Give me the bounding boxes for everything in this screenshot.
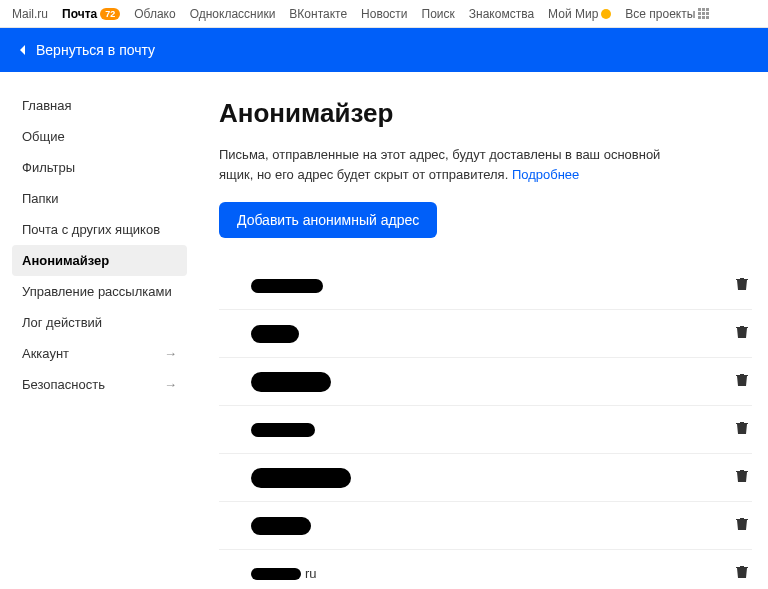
sidebar-anonymizer[interactable]: Анонимайзер bbox=[12, 245, 187, 276]
address-value bbox=[223, 279, 323, 293]
topnav-mail[interactable]: Почта72 bbox=[62, 7, 120, 21]
address-row: ru bbox=[219, 550, 752, 589]
sidebar-folders[interactable]: Папки bbox=[12, 183, 187, 214]
description-text: Письма, отправленные на этот адрес, буду… bbox=[219, 147, 660, 182]
sidebar-filters[interactable]: Фильтры bbox=[12, 152, 187, 183]
top-navigation: Mail.ruПочта72ОблакоОдноклассникиВКонтак… bbox=[0, 0, 768, 28]
address-value bbox=[223, 468, 351, 488]
trash-icon bbox=[736, 469, 748, 483]
notification-dot-icon bbox=[601, 9, 611, 19]
topnav-mymir[interactable]: Мой Мир bbox=[548, 7, 611, 21]
sidebar-subscriptions[interactable]: Управление рассылками bbox=[12, 276, 187, 307]
back-to-mail-link[interactable]: Вернуться в почту bbox=[18, 42, 155, 58]
topnav-dating-label: Знакомства bbox=[469, 7, 534, 21]
topnav-news[interactable]: Новости bbox=[361, 7, 407, 21]
redacted-address bbox=[251, 468, 351, 488]
content-container: ГлавнаяОбщиеФильтрыПапкиПочта с других я… bbox=[0, 72, 768, 589]
main-content: Анонимайзер Письма, отправленные на этот… bbox=[187, 90, 768, 589]
topnav-mail-label: Почта bbox=[62, 7, 97, 21]
sidebar-log[interactable]: Лог действий bbox=[12, 307, 187, 338]
sidebar-log-label: Лог действий bbox=[22, 315, 102, 330]
topnav-allprojects-label: Все проекты bbox=[625, 7, 695, 21]
address-value: ru bbox=[223, 566, 317, 581]
topnav-search[interactable]: Поиск bbox=[422, 7, 455, 21]
address-value bbox=[223, 423, 315, 437]
page-title: Анонимайзер bbox=[219, 98, 752, 129]
delete-address-button[interactable] bbox=[736, 469, 748, 486]
topnav-ok[interactable]: Одноклассники bbox=[190, 7, 276, 21]
topnav-mailru-label: Mail.ru bbox=[12, 7, 48, 21]
topnav-dating[interactable]: Знакомства bbox=[469, 7, 534, 21]
address-value bbox=[223, 372, 331, 392]
page-description: Письма, отправленные на этот адрес, буду… bbox=[219, 145, 679, 184]
chevron-right-icon: → bbox=[164, 377, 177, 392]
topnav-vk-label: ВКонтакте bbox=[289, 7, 347, 21]
anonymous-address-list: ru bbox=[219, 262, 752, 589]
mail-count-badge: 72 bbox=[100, 8, 120, 20]
sidebar-home-label: Главная bbox=[22, 98, 71, 113]
address-row bbox=[219, 454, 752, 502]
redacted-address bbox=[251, 568, 301, 580]
back-label: Вернуться в почту bbox=[36, 42, 155, 58]
sidebar-account[interactable]: Аккаунт→ bbox=[12, 338, 187, 369]
address-suffix: ru bbox=[305, 566, 317, 581]
delete-address-button[interactable] bbox=[736, 373, 748, 390]
address-row bbox=[219, 310, 752, 358]
chevron-right-icon: → bbox=[164, 346, 177, 361]
redacted-address bbox=[251, 279, 323, 293]
sidebar-home[interactable]: Главная bbox=[12, 90, 187, 121]
trash-icon bbox=[736, 421, 748, 435]
blue-header-bar: Вернуться в почту bbox=[0, 28, 768, 72]
sidebar-security[interactable]: Безопасность→ bbox=[12, 369, 187, 400]
address-row bbox=[219, 262, 752, 310]
trash-icon bbox=[736, 373, 748, 387]
address-value bbox=[223, 517, 311, 535]
topnav-mailru[interactable]: Mail.ru bbox=[12, 7, 48, 21]
sidebar-filters-label: Фильтры bbox=[22, 160, 75, 175]
redacted-address bbox=[251, 517, 311, 535]
trash-icon bbox=[736, 277, 748, 291]
back-arrow-icon bbox=[18, 44, 28, 56]
learn-more-link[interactable]: Подробнее bbox=[512, 167, 579, 182]
address-row bbox=[219, 406, 752, 454]
redacted-address bbox=[251, 423, 315, 437]
address-row bbox=[219, 502, 752, 550]
topnav-vk[interactable]: ВКонтакте bbox=[289, 7, 347, 21]
topnav-cloud-label: Облако bbox=[134, 7, 175, 21]
topnav-news-label: Новости bbox=[361, 7, 407, 21]
all-projects-grid-icon bbox=[698, 8, 709, 19]
delete-address-button[interactable] bbox=[736, 277, 748, 294]
topnav-cloud[interactable]: Облако bbox=[134, 7, 175, 21]
topnav-ok-label: Одноклассники bbox=[190, 7, 276, 21]
trash-icon bbox=[736, 565, 748, 579]
sidebar-external-label: Почта с других ящиков bbox=[22, 222, 160, 237]
sidebar-general-label: Общие bbox=[22, 129, 65, 144]
delete-address-button[interactable] bbox=[736, 565, 748, 582]
sidebar-external[interactable]: Почта с других ящиков bbox=[12, 214, 187, 245]
sidebar-subscriptions-label: Управление рассылками bbox=[22, 284, 172, 299]
add-anonymous-address-button[interactable]: Добавить анонимный адрес bbox=[219, 202, 437, 238]
redacted-address bbox=[251, 372, 331, 392]
trash-icon bbox=[736, 517, 748, 531]
trash-icon bbox=[736, 325, 748, 339]
redacted-address bbox=[251, 325, 299, 343]
address-row bbox=[219, 358, 752, 406]
topnav-allprojects[interactable]: Все проекты bbox=[625, 7, 709, 21]
sidebar-security-label: Безопасность bbox=[22, 377, 105, 392]
address-value bbox=[223, 325, 299, 343]
topnav-search-label: Поиск bbox=[422, 7, 455, 21]
topnav-mymir-label: Мой Мир bbox=[548, 7, 598, 21]
sidebar-general[interactable]: Общие bbox=[12, 121, 187, 152]
sidebar-anonymizer-label: Анонимайзер bbox=[22, 253, 109, 268]
delete-address-button[interactable] bbox=[736, 325, 748, 342]
sidebar-account-label: Аккаунт bbox=[22, 346, 69, 361]
delete-address-button[interactable] bbox=[736, 517, 748, 534]
delete-address-button[interactable] bbox=[736, 421, 748, 438]
sidebar-folders-label: Папки bbox=[22, 191, 59, 206]
settings-sidebar: ГлавнаяОбщиеФильтрыПапкиПочта с других я… bbox=[12, 90, 187, 589]
